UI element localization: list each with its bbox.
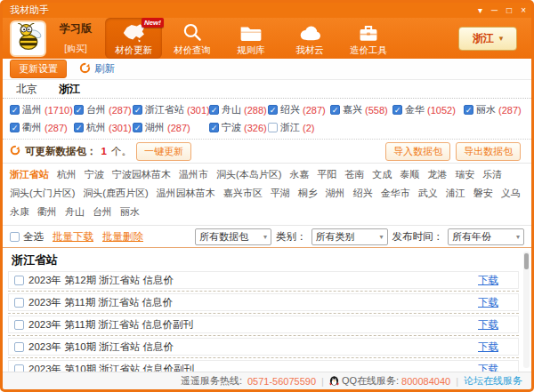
qq-service[interactable]: QQ在线服务: 800084040	[329, 374, 450, 388]
region-tag-浦江[interactable]: 浦江	[446, 187, 465, 200]
checkbox-unchecked-icon[interactable]	[14, 320, 24, 330]
checkbox-checked-icon	[10, 123, 20, 132]
checkbox-checked-icon	[268, 105, 278, 115]
province-selector-button[interactable]: 浙江 ▾	[458, 27, 517, 51]
scrollbar-thumb[interactable]	[524, 253, 529, 269]
region-tag-平湖[interactable]: 平湖	[271, 187, 290, 200]
city-filter-宁波[interactable]: 宁波(326)	[209, 121, 268, 134]
buy-link[interactable]: [购买]	[46, 43, 105, 55]
city-filter-温州[interactable]: 温州(1710)	[10, 103, 74, 116]
select-all-checkbox[interactable]: 全选	[10, 230, 44, 244]
region-tag-湖州[interactable]: 湖州	[326, 187, 345, 200]
package-list: 2023年 第12期 浙江省站 信息价下载2023年 第11期 浙江省站 信息价…	[3, 271, 531, 372]
region-tag-洞头(大门片区)[interactable]: 洞头(大门片区)	[10, 187, 75, 200]
close-icon[interactable]: ×	[521, 6, 526, 15]
region-tag-文成[interactable]: 文成	[372, 168, 392, 181]
list-item-divider	[8, 357, 519, 358]
nav-item-材价查询[interactable]: 材价查询	[164, 18, 221, 59]
export-package-button[interactable]: 导出数据包	[456, 142, 521, 161]
forum-service-link[interactable]: 论坛在线服务	[464, 374, 522, 388]
tab-北京[interactable]: 北京	[16, 82, 37, 97]
region-tag-宁波园林苗木[interactable]: 宁波园林苗木	[112, 168, 171, 181]
checkbox-unchecked-icon[interactable]	[14, 276, 24, 285]
region-tag-宁波[interactable]: 宁波	[85, 168, 104, 181]
checkbox-checked-icon	[74, 105, 84, 115]
city-filter-绍兴[interactable]: 绍兴(287)	[268, 103, 330, 116]
menu-arrow-icon[interactable]: ▾	[478, 6, 482, 15]
minimize-icon[interactable]: ─	[491, 6, 498, 15]
checkbox-unchecked-icon[interactable]	[14, 342, 24, 352]
nav-item-造价工具[interactable]: 造价工具	[340, 18, 397, 59]
refresh-button[interactable]: 刷新	[79, 61, 115, 77]
region-tag-苍南[interactable]: 苍南	[344, 168, 364, 181]
region-tag-洞头(鹿西片区)[interactable]: 洞头(鹿西片区)	[83, 187, 148, 200]
publish-time-label: 发布时间：	[392, 230, 444, 244]
city-package-count: (558)	[365, 105, 388, 116]
city-package-count: (301)	[109, 123, 132, 133]
tab-浙江[interactable]: 浙江	[59, 82, 80, 97]
region-tag-瑞安[interactable]: 瑞安	[455, 168, 474, 181]
category-select[interactable]: 所有类别 ▾	[312, 228, 388, 245]
hotline-label: 遥遥服务热线:	[181, 374, 242, 388]
import-package-button[interactable]: 导入数据包	[385, 142, 450, 161]
region-tag-武义[interactable]: 武义	[418, 187, 438, 200]
nav-item-规则库[interactable]: 规则库	[222, 18, 279, 59]
tag-row-0: 浙江省站杭州宁波宁波园林苗木温州市洞头(本岛片区)永嘉平阳苍南文成泰顺龙港瑞安乐…	[3, 165, 531, 184]
city-filter-金华[interactable]: 金华(1052)	[392, 103, 464, 116]
package-type-select[interactable]: 所有数据包 ▾	[195, 228, 271, 245]
region-tag-桐乡[interactable]: 桐乡	[298, 187, 318, 200]
region-tag-金华市[interactable]: 金华市	[381, 187, 410, 200]
city-filter-浙江[interactable]: 浙江(2)	[268, 121, 330, 134]
region-tag-舟山[interactable]: 舟山	[65, 205, 85, 219]
city-filter-杭州[interactable]: 杭州(301)	[74, 121, 133, 134]
region-tag-浙江省站[interactable]: 浙江省站	[10, 168, 49, 181]
restore-icon[interactable]: □	[506, 6, 512, 15]
nav-item-材价更新[interactable]: 材价更新New!	[105, 18, 162, 59]
region-tag-丽水[interactable]: 丽水	[120, 205, 140, 219]
city-filter-湖州[interactable]: 湖州(287)	[133, 121, 209, 134]
checkbox-unchecked-icon[interactable]	[14, 298, 24, 308]
city-name: 嘉兴	[343, 103, 362, 116]
download-link[interactable]: 下载	[478, 274, 513, 287]
city-filter-嘉兴[interactable]: 嘉兴(558)	[330, 103, 392, 116]
batch-delete-link[interactable]: 批量删除	[102, 230, 143, 244]
region-tag-磐安[interactable]: 磐安	[473, 187, 493, 200]
update-settings-button[interactable]: 更新设置	[10, 60, 67, 78]
download-link[interactable]: 下载	[478, 340, 513, 354]
batch-download-link[interactable]: 批量下载	[53, 230, 93, 244]
checkbox-unchecked-icon[interactable]	[14, 364, 24, 372]
city-filter-丽水[interactable]: 丽水(287)	[464, 103, 531, 116]
refresh-packages-icon	[10, 143, 20, 159]
download-link[interactable]: 下载	[478, 296, 513, 309]
city-filter-衢州[interactable]: 衢州(287)	[10, 121, 74, 134]
region-tag-洞头(本岛片区)[interactable]: 洞头(本岛片区)	[216, 168, 281, 181]
region-tag-衢州[interactable]: 衢州	[37, 205, 57, 219]
region-tag-台州[interactable]: 台州	[93, 205, 112, 219]
download-link[interactable]: 下载	[478, 318, 513, 332]
select-all-label: 全选	[23, 230, 44, 244]
title-bar: 我材助手 ▾ ─ □ ×	[3, 3, 531, 18]
nav-item-我材云[interactable]: 我材云	[281, 18, 338, 59]
region-tag-乐清[interactable]: 乐清	[482, 168, 502, 181]
city-package-count: (287)	[109, 105, 132, 116]
one-click-update-button[interactable]: 一键更新	[136, 142, 191, 161]
hotline-number: 0571-56075590	[247, 376, 316, 387]
region-tag-义乌[interactable]: 义乌	[501, 187, 521, 200]
list-scrollbar[interactable]	[523, 252, 530, 368]
region-tag-泰顺[interactable]: 泰顺	[400, 168, 419, 181]
publish-time-select[interactable]: 所有年份 ▾	[448, 228, 524, 245]
nav-item-label: 材价更新	[115, 44, 152, 57]
region-tag-杭州[interactable]: 杭州	[57, 168, 77, 181]
region-tag-温州园林苗木[interactable]: 温州园林苗木	[157, 187, 215, 200]
region-tag-平阳[interactable]: 平阳	[317, 168, 336, 181]
region-tag-龙港[interactable]: 龙港	[427, 168, 447, 181]
region-tag-温州市[interactable]: 温州市	[179, 168, 208, 181]
region-tag-永嘉[interactable]: 永嘉	[289, 168, 309, 181]
download-link[interactable]: 下载	[478, 363, 513, 372]
city-filter-舟山[interactable]: 舟山(288)	[209, 103, 268, 116]
region-tag-嘉兴市区[interactable]: 嘉兴市区	[223, 187, 263, 200]
region-tag-绍兴[interactable]: 绍兴	[353, 187, 373, 200]
city-filter-浙江省站[interactable]: 浙江省站(301)	[133, 103, 209, 116]
region-tag-永康[interactable]: 永康	[10, 205, 29, 219]
city-filter-台州[interactable]: 台州(287)	[74, 103, 133, 116]
